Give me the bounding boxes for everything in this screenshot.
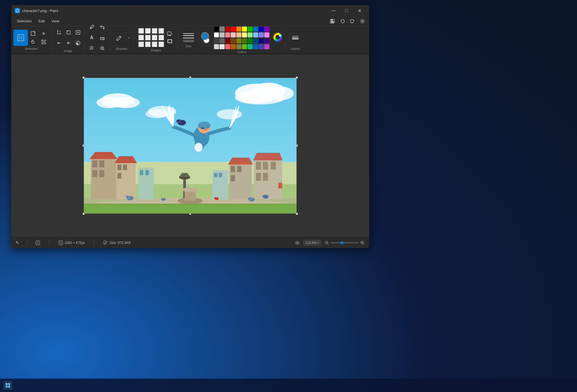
brushes-label: Brushes <box>116 47 127 50</box>
zoom-in-button[interactable] <box>360 241 365 245</box>
color-swatch-pink[interactable] <box>231 32 236 37</box>
color-swatch-gray[interactable] <box>220 27 225 32</box>
shape-parallelogram[interactable] <box>152 41 158 47</box>
view-options-btn[interactable] <box>295 240 300 245</box>
color-swatch-lightyellow[interactable] <box>242 32 247 37</box>
shape-curve[interactable] <box>145 28 151 34</box>
color-swatch-khaki[interactable] <box>236 44 241 49</box>
color-swatch-lightgray1[interactable] <box>214 44 219 49</box>
size-selector[interactable] <box>181 32 196 43</box>
fill-button[interactable] <box>97 22 107 32</box>
menu-file[interactable]: Selection <box>13 18 35 24</box>
color-swatch-orange[interactable] <box>236 27 241 32</box>
view-toggle[interactable] <box>35 240 40 245</box>
shape-line[interactable] <box>138 28 144 34</box>
flip-v-btn[interactable] <box>63 38 74 48</box>
color-swatch-darkgray2[interactable] <box>220 38 225 43</box>
color-swatch-purple[interactable] <box>264 27 269 32</box>
color-wheel-button[interactable] <box>273 32 283 43</box>
color-swatch-darknavy[interactable] <box>259 38 264 43</box>
canvas-area[interactable] <box>11 54 369 237</box>
eraser-button[interactable] <box>97 33 107 43</box>
color-swatch-chartreuse[interactable] <box>242 44 247 49</box>
color-swatch-teal[interactable] <box>248 38 253 43</box>
start-button[interactable] <box>3 381 12 390</box>
rotate-button[interactable] <box>29 38 37 46</box>
flip-h-button[interactable] <box>39 30 48 37</box>
color-swatch-lavender[interactable] <box>259 32 264 37</box>
menu-bar: Selection Edit View <box>11 16 369 26</box>
color-swatch-slateblue[interactable] <box>259 44 264 49</box>
shape-right-triangle[interactable] <box>158 35 164 41</box>
pencil-button[interactable] <box>87 22 97 32</box>
color-swatch-aqua[interactable] <box>248 44 253 49</box>
color-swatch-maroon[interactable] <box>225 38 230 43</box>
zoom-dropdown[interactable]: 110.5% ▾ <box>303 240 321 246</box>
text-button[interactable]: A <box>87 33 97 43</box>
resize-crop-btn[interactable] <box>73 27 83 37</box>
color-swatch-darkblue[interactable] <box>259 27 264 32</box>
zoom-slider-thumb[interactable] <box>340 241 344 244</box>
zoom-out-button[interactable] <box>324 241 329 245</box>
color-swatch-silver[interactable] <box>220 32 225 37</box>
color-swatch-white[interactable] <box>214 32 219 37</box>
color-swatch-black[interactable] <box>214 27 219 32</box>
svg-rect-95 <box>140 170 143 175</box>
color-swatch-green[interactable] <box>248 27 253 32</box>
brushes-dropdown[interactable]: ▾ <box>127 30 131 46</box>
select-all-button[interactable] <box>39 38 48 46</box>
shape-outline-dropdown[interactable] <box>166 38 174 45</box>
close-button[interactable]: ✕ <box>353 6 366 15</box>
color-swatch-red[interactable] <box>231 27 236 32</box>
shape-polygon[interactable] <box>145 35 151 41</box>
shape-triangle[interactable] <box>152 35 158 41</box>
shape-fill-dropdown[interactable]: ▾ <box>166 30 174 37</box>
menu-edit[interactable]: Edit <box>35 18 48 24</box>
minimize-button[interactable]: — <box>327 6 340 15</box>
color-swatch-lightgreen[interactable] <box>248 32 253 37</box>
color-swatch-darkgray1[interactable] <box>214 38 219 43</box>
color-swatch-cornflower[interactable] <box>253 44 258 49</box>
zoom-button[interactable] <box>97 43 107 53</box>
redo-button[interactable] <box>348 17 357 25</box>
color-swatch-violet[interactable] <box>264 44 269 49</box>
color-swatch-lime[interactable] <box>242 38 247 43</box>
color-swatch-darkred[interactable] <box>225 27 230 32</box>
color-picker-button[interactable] <box>87 43 97 53</box>
shape-rect[interactable] <box>158 28 164 34</box>
color-swatch-peach[interactable] <box>236 32 241 37</box>
undo-button[interactable] <box>338 17 347 25</box>
color-swatch-navy[interactable] <box>253 38 258 43</box>
shape-arrow[interactable] <box>158 41 164 47</box>
color-swatch-olive[interactable] <box>236 38 241 43</box>
shape-pentagon[interactable] <box>145 41 151 47</box>
color-swatch-lightgray2[interactable] <box>220 44 225 49</box>
color-swatch-magenta[interactable] <box>264 32 269 37</box>
zoom-control <box>324 241 365 245</box>
color-swatch-indigo[interactable] <box>264 38 269 43</box>
brushes-main-button[interactable] <box>112 30 126 46</box>
color-swatch-lightblue[interactable] <box>253 32 258 37</box>
layers-button[interactable] <box>288 30 303 46</box>
invert-btn[interactable] <box>73 38 83 48</box>
resize-button[interactable] <box>29 30 37 37</box>
flip-rotate-btn[interactable] <box>63 27 74 37</box>
foreground-color[interactable] <box>201 32 209 40</box>
shape-rect-select[interactable] <box>138 35 144 41</box>
zoom-slider[interactable] <box>331 242 359 243</box>
color-swatch-blue[interactable] <box>253 27 258 32</box>
save-button[interactable] <box>328 17 337 25</box>
crop-button[interactable] <box>54 27 64 37</box>
adjust-btn[interactable] <box>54 38 64 48</box>
shape-ellipse[interactable] <box>152 28 158 34</box>
shape-diamond[interactable] <box>138 41 144 47</box>
color-swatch-yellow[interactable] <box>242 27 247 32</box>
color-swatch-brown[interactable] <box>231 38 236 43</box>
color-swatch-sienna[interactable] <box>231 44 236 49</box>
color-swatch-lightred[interactable] <box>225 32 230 37</box>
color-swatch-salmon[interactable] <box>225 44 230 49</box>
settings-button[interactable] <box>358 17 367 25</box>
menu-view[interactable]: View <box>48 18 63 24</box>
selection-button[interactable] <box>13 30 28 46</box>
maximize-button[interactable]: □ <box>340 6 353 15</box>
